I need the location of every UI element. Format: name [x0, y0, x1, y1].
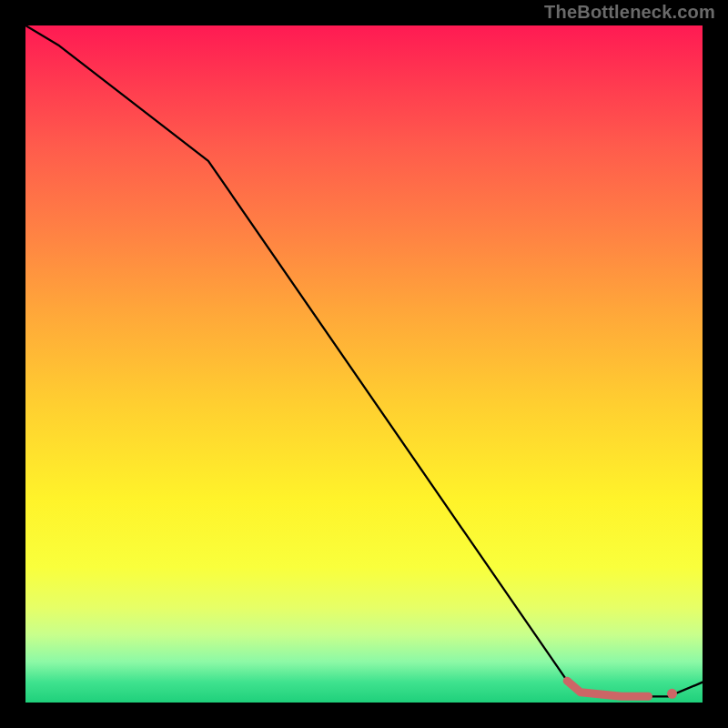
data-line: [25, 25, 703, 696]
plot-area: [25, 25, 703, 703]
fit-line: [567, 681, 648, 696]
fit-point-marker: [667, 689, 677, 699]
chart-svg: [25, 25, 703, 703]
chart-container: TheBottleneck.com: [0, 0, 728, 728]
attribution-label: TheBottleneck.com: [544, 2, 715, 23]
